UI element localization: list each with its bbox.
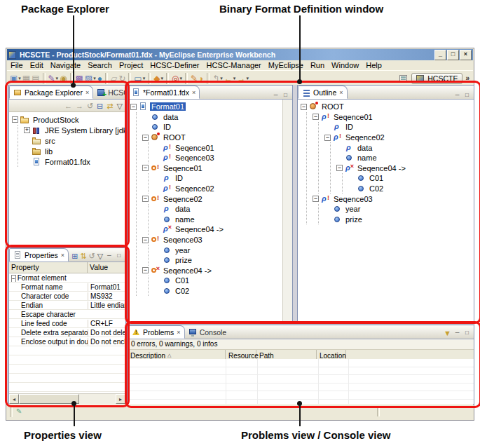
tab-problems[interactable]: Problems × xyxy=(128,325,185,339)
tree-node[interactable]: −Seqence01 xyxy=(313,112,474,123)
dropdown-arrow-icon[interactable]: ▾ xyxy=(56,76,59,81)
tab-console[interactable]: Console xyxy=(185,325,231,339)
link-with-editor-icon[interactable]: ⇄ xyxy=(107,100,113,111)
tree-node[interactable]: prize xyxy=(154,255,283,266)
table-row[interactable]: Character codeMS932 xyxy=(9,292,125,301)
table-row[interactable]: Format nameFormat01 xyxy=(9,283,125,292)
tab-format01-fdx[interactable]: *Format01.fdx × xyxy=(128,86,200,99)
maximize-view-icon[interactable]: □ xyxy=(463,92,471,99)
minimize-view-icon[interactable]: ─ xyxy=(105,252,113,259)
view-menu-icon[interactable]: ▽ xyxy=(97,250,103,262)
tree-node[interactable]: C01 xyxy=(348,173,474,184)
tab-properties[interactable]: Properties × xyxy=(9,248,69,262)
scrollbar-track[interactable] xyxy=(19,394,116,404)
tree-node[interactable]: ID xyxy=(154,173,283,184)
tree-node[interactable]: −Seqence04 -> xyxy=(142,266,283,276)
refresh-button[interactable]: ↻ xyxy=(118,72,126,85)
table-row[interactable]: −Format element xyxy=(9,273,125,283)
menu-help[interactable]: Help xyxy=(362,61,385,69)
tree-node[interactable]: Seqence01 xyxy=(154,142,283,153)
expander-icon[interactable]: − xyxy=(336,165,343,171)
dropdown-arrow-icon[interactable]: ▾ xyxy=(18,76,21,81)
dropdown-arrow-icon[interactable]: ▾ xyxy=(220,76,223,81)
window-close-button[interactable]: × xyxy=(460,50,472,60)
scroll-left-icon[interactable]: ◂ xyxy=(9,394,19,404)
tree-node[interactable]: ID xyxy=(142,122,283,133)
snapshot-button[interactable]: ▭▾ xyxy=(133,72,146,85)
search-button[interactable]: ◎▾ xyxy=(171,72,183,85)
open-type-button[interactable]: ◉ xyxy=(59,72,67,85)
expander-icon[interactable]: − xyxy=(313,114,319,120)
dropdown-arrow-icon[interactable]: ▾ xyxy=(233,76,236,81)
column-property[interactable]: Property xyxy=(9,262,88,273)
deploy-button[interactable]: ▩ xyxy=(75,72,84,85)
menu-project[interactable]: Project xyxy=(116,61,146,69)
expander-icon[interactable]: − xyxy=(324,135,331,141)
tree-node[interactable]: ID xyxy=(324,122,474,133)
tree-node[interactable]: Format01.fdx xyxy=(24,156,125,167)
tree-node[interactable]: −Seqence03 xyxy=(313,194,474,204)
open-perspective-icon[interactable] xyxy=(399,74,409,83)
expander-icon[interactable]: − xyxy=(301,104,307,110)
maximize-view-icon[interactable]: □ xyxy=(282,92,289,99)
close-icon[interactable]: × xyxy=(192,89,196,96)
maximize-view-icon[interactable]: □ xyxy=(463,330,471,337)
expander-icon[interactable]: − xyxy=(142,267,149,273)
dropdown-arrow-icon[interactable]: ▾ xyxy=(179,76,182,81)
forward-button[interactable]: →▾ xyxy=(236,72,249,85)
save-button[interactable]: ▦ xyxy=(22,72,31,85)
expander-icon[interactable]: − xyxy=(11,275,16,282)
run-button[interactable]: ◆▾ xyxy=(153,72,164,85)
dropdown-arrow-icon[interactable]: ▾ xyxy=(160,76,163,81)
table-row[interactable]: Delete extra separatorsDo not delete xyxy=(9,328,125,337)
tab-package-explorer[interactable]: Package Explorer × xyxy=(9,86,93,99)
new-wizard-button[interactable]: ▣▾ xyxy=(9,72,22,85)
menu-navigate[interactable]: Navigate xyxy=(47,61,84,69)
window-maximize-button[interactable]: □ xyxy=(447,50,459,60)
expander-icon[interactable]: − xyxy=(142,237,149,243)
expander-icon[interactable]: − xyxy=(313,196,319,202)
forward-icon[interactable]: → xyxy=(76,100,83,111)
table-row[interactable]: Enclose output in double quotesDo not en… xyxy=(9,337,125,346)
minimize-view-icon[interactable]: ─ xyxy=(453,330,461,337)
tree-node[interactable]: +JRE System Library [jdk] xyxy=(24,125,125,135)
menu-hcscmanager[interactable]: HCSC-Manager xyxy=(203,61,265,69)
tree-node[interactable]: −Seqence01 xyxy=(142,163,283,174)
tree-node[interactable]: year xyxy=(154,245,283,255)
dropdown-arrow-icon[interactable]: ▾ xyxy=(143,76,146,81)
print-button[interactable]: ▤ xyxy=(31,72,40,85)
expander-icon[interactable]: − xyxy=(130,104,137,110)
tree-node[interactable]: name xyxy=(336,153,474,163)
close-icon[interactable]: × xyxy=(61,252,64,259)
close-icon[interactable]: × xyxy=(85,89,89,96)
close-icon[interactable]: × xyxy=(339,89,343,96)
horizontal-scrollbar[interactable]: ◂ ▸ xyxy=(9,393,125,404)
close-icon[interactable]: × xyxy=(177,329,180,336)
perspective-hcscte-button[interactable]: HCSCTE xyxy=(411,73,462,84)
menu-hcscdefiner[interactable]: HCSC-Definer xyxy=(146,61,203,69)
table-row[interactable]: Line feed codeCR+LF xyxy=(9,319,125,328)
table-row[interactable]: EndianLittle endian xyxy=(9,301,125,310)
titlebar[interactable]: HCSCTE - ProductStock/Format01.fdx - MyE… xyxy=(7,49,473,60)
last-edit-button[interactable]: ↰▾ xyxy=(212,72,224,85)
expander-icon[interactable]: + xyxy=(24,127,30,133)
palette-button[interactable]: ◗ xyxy=(198,72,205,85)
tree-node[interactable]: lib xyxy=(24,146,125,156)
back-button[interactable]: ←▾ xyxy=(224,72,237,85)
menu-file[interactable]: File xyxy=(7,61,27,69)
minimize-view-icon[interactable]: ─ xyxy=(453,92,461,99)
maximize-view-icon[interactable]: □ xyxy=(115,252,123,259)
tree-node[interactable]: data xyxy=(142,112,283,123)
tree-node[interactable]: Seqence04 -> xyxy=(154,224,283,235)
expander-icon[interactable]: − xyxy=(142,196,149,202)
tree-node[interactable]: C02 xyxy=(348,184,474,194)
tree-node[interactable]: year xyxy=(324,204,474,215)
menu-window[interactable]: Window xyxy=(328,61,362,69)
minimize-view-icon[interactable]: ─ xyxy=(272,92,280,99)
tree-node[interactable]: data xyxy=(154,204,283,215)
menu-edit[interactable]: Edit xyxy=(27,61,47,69)
show-categories-icon[interactable]: ⊞ xyxy=(71,250,78,262)
back-icon[interactable]: ← xyxy=(64,100,72,111)
tree-node[interactable]: −Seqence02 xyxy=(324,133,474,143)
tree-node[interactable]: Seqence03 xyxy=(154,153,283,163)
